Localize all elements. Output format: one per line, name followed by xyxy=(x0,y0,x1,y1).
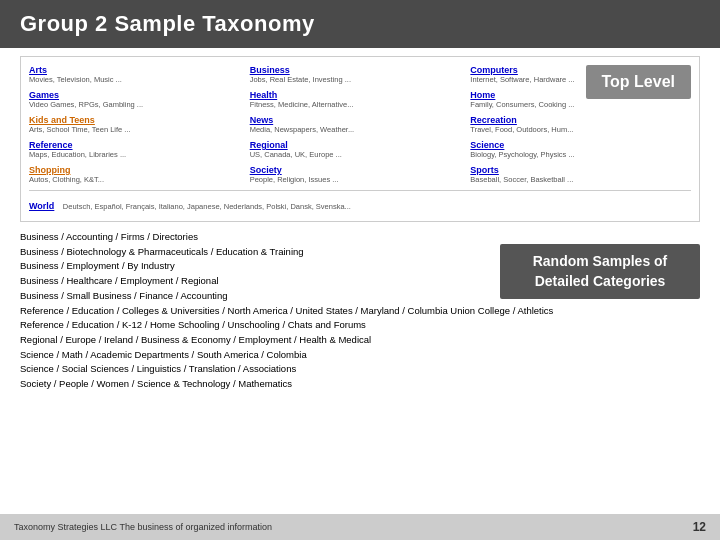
slide: Group 2 Sample Taxonomy Top Level Arts M… xyxy=(0,0,720,540)
col-arts: Arts Movies, Television, Music ... xyxy=(29,65,250,84)
footer: Taxonomy Strategies LLC The business of … xyxy=(0,514,720,540)
link-kids[interactable]: Kids and Teens xyxy=(29,115,242,125)
main-content: Top Level Arts Movies, Television, Music… xyxy=(0,48,720,392)
list-item: Reference / Education / Colleges & Unive… xyxy=(20,304,700,319)
link-health[interactable]: Health xyxy=(250,90,463,100)
desc-world: Deutsch, Español, Français, Italiano, Ja… xyxy=(63,202,351,211)
col-business: Business Jobs, Real Estate, Investing ..… xyxy=(250,65,471,84)
link-science[interactable]: Science xyxy=(470,140,683,150)
random-samples-callout: Random Samples of Detailed Categories xyxy=(500,244,700,299)
desc-health: Fitness, Medicine, Alternative... xyxy=(250,100,463,109)
slide-title: Group 2 Sample Taxonomy xyxy=(20,11,315,37)
callout-line2: Detailed Categories xyxy=(535,273,666,289)
link-world[interactable]: World xyxy=(29,201,54,211)
link-sports[interactable]: Sports xyxy=(470,165,683,175)
desc-games: Video Games, RPGs, Gambling ... xyxy=(29,100,242,109)
footer-left: Taxonomy Strategies LLC The business of … xyxy=(14,522,272,532)
top-level-callout: Top Level xyxy=(586,65,692,99)
link-regional[interactable]: Regional xyxy=(250,140,463,150)
list-item: Business / Accounting / Firms / Director… xyxy=(20,230,700,245)
link-shopping[interactable]: Shopping xyxy=(29,165,242,175)
col-science: Science Biology, Psychology, Physics ... xyxy=(470,140,691,159)
desc-reference: Maps, Education, Libraries ... xyxy=(29,150,242,159)
list-item: Science / Math / Academic Departments / … xyxy=(20,348,700,363)
world-row: World Deutsch, Español, Français, Italia… xyxy=(29,190,691,213)
taxonomy-row-5: Shopping Autos, Clothing, K&T... Society… xyxy=(29,165,691,184)
link-games[interactable]: Games xyxy=(29,90,242,100)
col-recreation: Recreation Travel, Food, Outdoors, Hum..… xyxy=(470,115,691,134)
col-games: Games Video Games, RPGs, Gambling ... xyxy=(29,90,250,109)
desc-arts: Movies, Television, Music ... xyxy=(29,75,242,84)
desc-kids: Arts, School Time, Teen Life ... xyxy=(29,125,242,134)
taxonomy-grid: Top Level Arts Movies, Television, Music… xyxy=(20,56,700,222)
detail-section: Random Samples of Detailed Categories Bu… xyxy=(20,230,700,392)
desc-shopping: Autos, Clothing, K&T... xyxy=(29,175,242,184)
col-health: Health Fitness, Medicine, Alternative... xyxy=(250,90,471,109)
col-kids: Kids and Teens Arts, School Time, Teen L… xyxy=(29,115,250,134)
desc-home: Family, Consumers, Cooking ... xyxy=(470,100,683,109)
desc-sports: Baseball, Soccer, Basketball ... xyxy=(470,175,683,184)
list-item: Society / People / Women / Science & Tec… xyxy=(20,377,700,392)
col-regional: Regional US, Canada, UK, Europe ... xyxy=(250,140,471,159)
link-news[interactable]: News xyxy=(250,115,463,125)
desc-regional: US, Canada, UK, Europe ... xyxy=(250,150,463,159)
header: Group 2 Sample Taxonomy xyxy=(0,0,720,48)
link-reference[interactable]: Reference xyxy=(29,140,242,150)
taxonomy-row-3: Kids and Teens Arts, School Time, Teen L… xyxy=(29,115,691,134)
link-business[interactable]: Business xyxy=(250,65,463,75)
list-item: Reference / Education / K-12 / Home Scho… xyxy=(20,318,700,333)
col-sports: Sports Baseball, Soccer, Basketball ... xyxy=(470,165,691,184)
footer-page-number: 12 xyxy=(693,520,706,534)
desc-society: People, Religion, Issues ... xyxy=(250,175,463,184)
callout-line1: Random Samples of xyxy=(533,253,668,269)
list-item: Science / Social Sciences / Linguistics … xyxy=(20,362,700,377)
taxonomy-row-4: Reference Maps, Education, Libraries ...… xyxy=(29,140,691,159)
desc-recreation: Travel, Food, Outdoors, Hum... xyxy=(470,125,683,134)
col-reference: Reference Maps, Education, Libraries ... xyxy=(29,140,250,159)
col-shopping: Shopping Autos, Clothing, K&T... xyxy=(29,165,250,184)
list-item: Regional / Europe / Ireland / Business &… xyxy=(20,333,700,348)
link-recreation[interactable]: Recreation xyxy=(470,115,683,125)
col-news: News Media, Newspapers, Weather... xyxy=(250,115,471,134)
col-society: Society People, Religion, Issues ... xyxy=(250,165,471,184)
link-society[interactable]: Society xyxy=(250,165,463,175)
desc-business: Jobs, Real Estate, Investing ... xyxy=(250,75,463,84)
desc-news: Media, Newspapers, Weather... xyxy=(250,125,463,134)
desc-science: Biology, Psychology, Physics ... xyxy=(470,150,683,159)
link-arts[interactable]: Arts xyxy=(29,65,242,75)
